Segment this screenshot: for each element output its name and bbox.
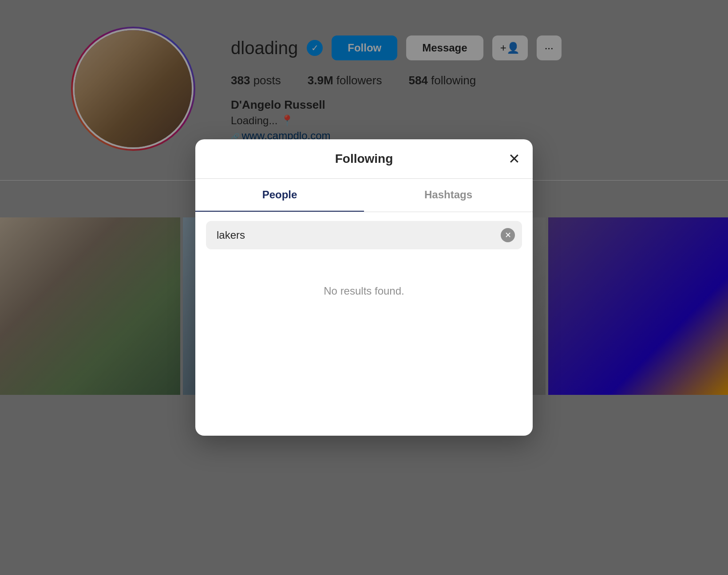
following-modal: Following ✕ People Hashtags ✕ No results… (195, 139, 533, 436)
modal-overlay[interactable]: Following ✕ People Hashtags ✕ No results… (0, 0, 728, 575)
search-wrapper: ✕ (206, 221, 522, 249)
modal-tabs: People Hashtags (195, 179, 533, 212)
modal-search: ✕ (195, 212, 533, 258)
modal-title: Following (335, 152, 393, 166)
search-input[interactable] (206, 221, 522, 249)
tab-hashtags[interactable]: Hashtags (364, 179, 533, 212)
modal-header: Following ✕ (195, 139, 533, 179)
modal-close-button[interactable]: ✕ (508, 152, 520, 166)
clear-icon: ✕ (505, 231, 511, 239)
no-results-text: No results found. (324, 285, 404, 297)
modal-body: No results found. (195, 258, 533, 436)
search-clear-button[interactable]: ✕ (501, 228, 515, 242)
tab-people[interactable]: People (195, 179, 364, 212)
